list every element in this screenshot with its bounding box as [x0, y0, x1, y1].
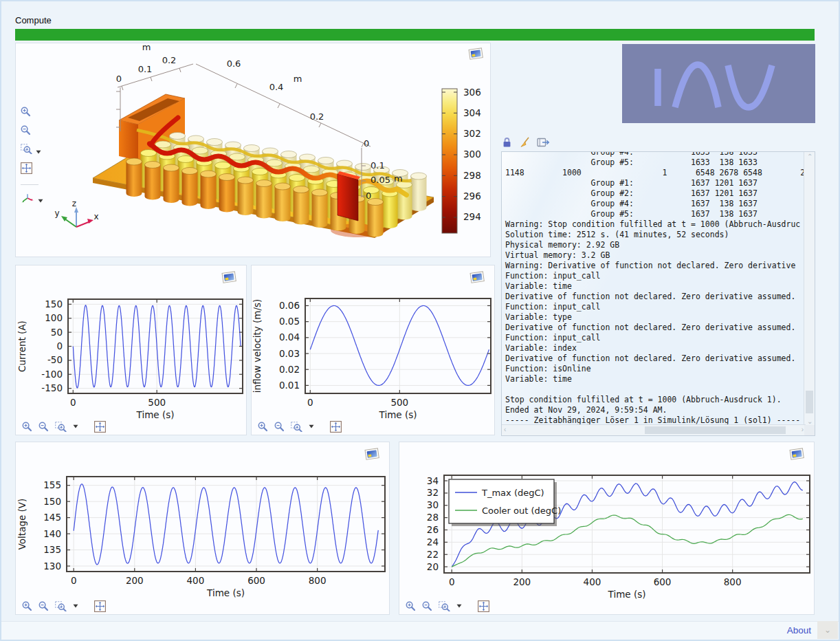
svg-text:0.6: 0.6	[227, 58, 241, 69]
caret-down-icon[interactable]	[38, 193, 43, 206]
svg-text:0.2: 0.2	[162, 55, 177, 65]
extents-icon[interactable]	[330, 421, 342, 433]
extents-icon[interactable]	[478, 600, 489, 612]
svg-text:28: 28	[427, 512, 439, 523]
svg-text:m: m	[294, 74, 302, 84]
svg-text:500: 500	[390, 397, 408, 408]
scroll-down-icon[interactable]: ⌄	[807, 418, 813, 425]
zoom-box-icon[interactable]	[21, 144, 32, 157]
log-vertical-scrollbar[interactable]: ⌃ ⌄	[804, 152, 815, 426]
temperature-chart[interactable]: 02004006008003432302826242220Time (s)T_m…	[399, 442, 814, 614]
footer-corner-chevron-icon[interactable]: ⌄	[817, 621, 838, 639]
svg-text:306: 306	[463, 87, 481, 98]
svg-text:-50: -50	[47, 354, 63, 365]
toolbar-row	[21, 144, 41, 157]
svg-text:20: 20	[427, 561, 439, 572]
extents-icon[interactable]	[21, 162, 32, 177]
zoom-box-icon[interactable]	[439, 601, 450, 611]
progress-bar	[15, 29, 815, 41]
snapshot-icon[interactable]	[221, 270, 238, 285]
scroll-left-icon[interactable]: ‹	[504, 426, 506, 433]
svg-text:800: 800	[724, 576, 742, 587]
about-link[interactable]: About	[787, 625, 811, 635]
zoom-box-icon[interactable]	[55, 601, 67, 611]
zoom-out-icon[interactable]	[38, 422, 49, 432]
lock-icon[interactable]	[502, 137, 512, 151]
zoom-out-icon[interactable]	[422, 601, 432, 611]
footer-bar: About	[1, 621, 839, 640]
plot-toolbar	[406, 600, 489, 612]
caret-down-icon[interactable]	[456, 604, 462, 608]
svg-text:T_max (degC): T_max (degC)	[481, 488, 544, 498]
svg-text:0.04: 0.04	[279, 332, 300, 343]
zoom-out-icon[interactable]	[38, 601, 49, 611]
app-window: Compute m00.10.20.6m0.40.200.10.050mzyx3…	[0, 0, 840, 641]
iav-logo-graphic	[622, 44, 815, 123]
svg-text:294: 294	[463, 211, 481, 222]
zoom-out-icon[interactable]	[21, 125, 31, 138]
inflow-chart[interactable]: 05000.060.050.040.030.020.01Time (s)infl…	[252, 265, 494, 435]
snapshot-icon[interactable]	[789, 447, 806, 461]
scroll-up-icon[interactable]: ⌃	[807, 153, 813, 160]
iav-logo	[622, 44, 815, 123]
zoom-out-icon[interactable]	[274, 422, 285, 432]
scroll-right-icon[interactable]: ›	[802, 426, 804, 433]
svg-text:155: 155	[43, 479, 61, 490]
caret-down-icon[interactable]	[73, 424, 78, 428]
svg-text:32: 32	[427, 487, 439, 498]
caret-down-icon[interactable]	[309, 424, 314, 428]
snapshot-icon[interactable]	[468, 47, 485, 61]
axis-orientation-icon[interactable]	[21, 193, 34, 206]
toolbar-row	[21, 162, 32, 177]
snapshot-icon[interactable]	[469, 270, 486, 285]
extents-icon[interactable]	[94, 600, 106, 612]
current-chart[interactable]: 0500150100500-50-100-150Time (s)Current …	[16, 265, 246, 435]
zoom-box-icon[interactable]	[55, 422, 67, 432]
svg-text:140: 140	[43, 528, 61, 539]
scrollbar-thumb[interactable]	[645, 426, 786, 434]
svg-text:inflow velocity (m/s): inflow velocity (m/s)	[252, 299, 263, 393]
svg-text:0: 0	[70, 397, 76, 408]
svg-text:0: 0	[116, 74, 122, 84]
zoom-box-icon[interactable]	[291, 422, 302, 432]
svg-text:26: 26	[427, 524, 439, 535]
caret-down-icon[interactable]	[73, 604, 78, 608]
svg-text:m: m	[142, 43, 151, 52]
zoom-in-icon[interactable]	[258, 422, 268, 432]
svg-text:22: 22	[427, 549, 439, 560]
export-icon[interactable]	[537, 138, 550, 150]
svg-text:130: 130	[43, 561, 61, 572]
plot-toolbar	[258, 420, 342, 433]
svg-text:Time (s): Time (s)	[136, 409, 175, 420]
log-output[interactable]: Group #4: 1633 138 1633 Group #5: 1633 1…	[501, 151, 815, 436]
svg-text:600: 600	[654, 576, 672, 587]
svg-text:150: 150	[43, 496, 61, 507]
svg-text:0.02: 0.02	[279, 364, 300, 375]
log-text[interactable]: Group #4: 1633 138 1633 Group #5: 1633 1…	[502, 151, 815, 426]
svg-text:400: 400	[187, 575, 205, 586]
scrollbar-thumb[interactable]	[806, 391, 813, 413]
snapshot-icon[interactable]	[364, 447, 381, 461]
svg-text:z: z	[72, 199, 76, 208]
zoom-in-icon[interactable]	[22, 601, 32, 611]
svg-text:0.2: 0.2	[310, 111, 324, 122]
clean-icon[interactable]	[519, 137, 530, 151]
zoom-in-icon[interactable]	[22, 422, 32, 432]
scrollbar-corner	[804, 425, 815, 435]
zoom-in-icon[interactable]	[406, 601, 416, 611]
zoom-in-icon[interactable]	[21, 107, 31, 120]
svg-text:145: 145	[43, 512, 61, 523]
svg-text:Current (A): Current (A)	[16, 320, 27, 372]
extents-icon[interactable]	[94, 421, 106, 433]
svg-text:0: 0	[366, 191, 371, 201]
svg-text:-100: -100	[41, 369, 63, 380]
svg-text:34: 34	[427, 475, 439, 486]
svg-text:600: 600	[247, 575, 265, 586]
log-horizontal-scrollbar[interactable]: ‹ ›	[502, 424, 806, 435]
voltage-chart[interactable]: 0200400600800155150145140135130Time (s)V…	[16, 442, 389, 614]
svg-text:0.1: 0.1	[138, 64, 153, 74]
scene-3d[interactable]: m00.10.20.6m0.40.200.10.050mzyx306304302…	[16, 43, 490, 257]
caret-down-icon[interactable]	[36, 144, 41, 157]
svg-text:0: 0	[71, 575, 77, 586]
toolbar-row	[21, 193, 43, 206]
